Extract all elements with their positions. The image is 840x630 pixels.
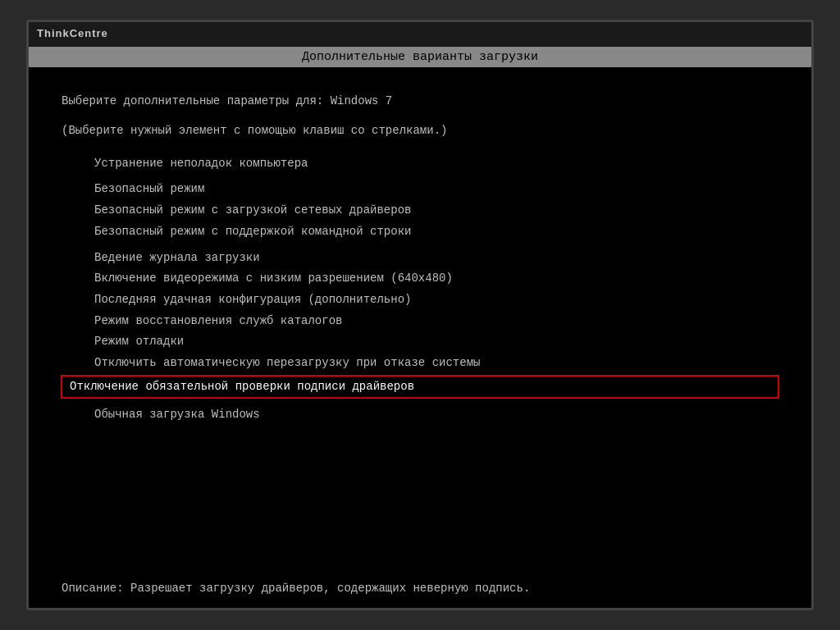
menu-item-no-restart[interactable]: Отключить автоматическую перезагрузку пр…: [62, 353, 778, 374]
subtitle-line1: Выберите дополнительные параметры для: W…: [62, 92, 778, 110]
menu-item-normal-boot[interactable]: Обычная загрузка Windows: [62, 404, 778, 426]
menu-item-safe-mode[interactable]: Безопасный режим: [62, 179, 778, 200]
brand-logo: ThinkCentre: [37, 27, 108, 39]
menu-item-repair[interactable]: Устранение неполадок компьютера: [62, 153, 778, 175]
menu-item-safe-mode-net[interactable]: Безопасный режим с загрузкой сетевых дра…: [62, 200, 778, 221]
menu-item-debug[interactable]: Режим отладки: [62, 331, 778, 353]
monitor-frame: ThinkCentre Дополнительные варианты загр…: [26, 20, 814, 610]
menu-item-boot-log[interactable]: Ведение журнала загрузки: [62, 248, 778, 269]
menu-item-low-res[interactable]: Включение видеорежима с низким разрешени…: [62, 268, 778, 290]
screen-content: Выберите дополнительные параметры для: W…: [29, 67, 811, 439]
description-text: Описание: Разрешает загрузку драйверов, …: [29, 577, 811, 600]
screen-title: Дополнительные варианты загрузки: [29, 47, 811, 67]
menu-item-disable-signature[interactable]: Отключение обязательной проверки подписи…: [62, 376, 778, 399]
subtitle-line2: (Выберите нужный элемент с помощью клави…: [62, 121, 778, 139]
menu-list: Устранение неполадок компьютера Безопасн…: [62, 153, 778, 426]
menu-item-last-good[interactable]: Последняя удачная конфигурация (дополнит…: [62, 290, 778, 311]
menu-item-safe-mode-cmd[interactable]: Безопасный режим с поддержкой командной …: [62, 221, 778, 243]
bios-screen: Дополнительные варианты загрузки Выберит…: [29, 47, 811, 610]
menu-item-dir-restore[interactable]: Режим восстановления служб каталогов: [62, 311, 778, 332]
